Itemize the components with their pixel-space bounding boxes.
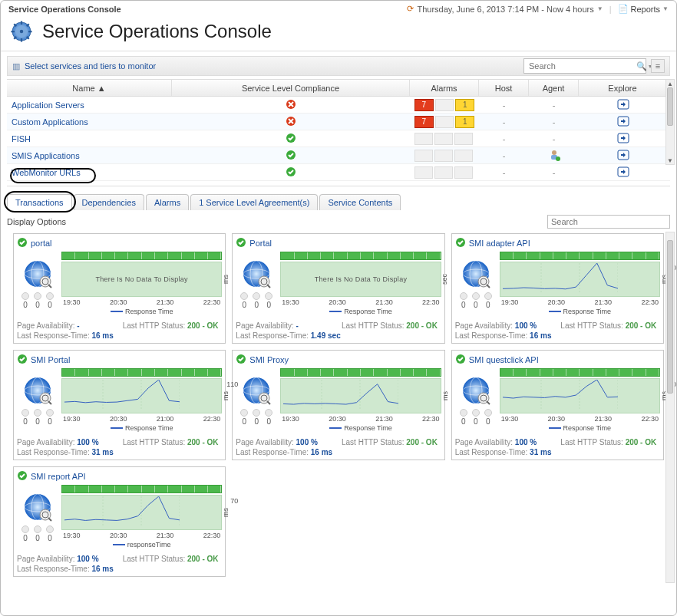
last-rt-value: 16 ms: [530, 331, 551, 340]
cell-alarms[interactable]: 71: [410, 99, 479, 111]
filter-icon[interactable]: ▥: [12, 61, 20, 71]
scroll-down-icon[interactable]: ▼: [667, 156, 673, 164]
svg-line-74: [487, 401, 490, 404]
cell-alarms[interactable]: 71: [410, 116, 479, 128]
grid-row[interactable]: WebMonitor URLs--: [7, 164, 670, 181]
indicator-dot-icon: [253, 292, 260, 300]
card-title: SMI adapter API: [469, 239, 530, 248]
ok-icon: [17, 470, 28, 483]
col-compliance[interactable]: Service Level Compliance: [172, 80, 410, 96]
col-explore[interactable]: Explore: [579, 80, 667, 96]
scroll-thumb[interactable]: [667, 240, 673, 394]
ok-icon: [17, 237, 28, 249]
transaction-card[interactable]: portal000There Is No Data To Displayms19…: [13, 233, 226, 344]
reports-menu[interactable]: 📄 Reports ▼: [618, 4, 669, 14]
last-http-value: 200 - OK: [626, 438, 657, 446]
page-title: Service Operations Console: [42, 21, 272, 42]
explore-icon[interactable]: [617, 166, 629, 179]
chart[interactable]: ms90: [500, 262, 660, 297]
error-icon: [286, 99, 296, 111]
chart[interactable]: ms70: [500, 378, 660, 413]
ok-icon: [236, 237, 246, 249]
alarm-empty-badge: [435, 99, 454, 111]
alarm-yellow-badge[interactable]: 1: [455, 116, 474, 128]
transaction-card[interactable]: SMI Proxy000ms19:3020:3021:3022:30Respon…: [232, 350, 444, 460]
time-range-picker[interactable]: ⟳ Thursday, June 6, 2013 7:14 PM - Now 4…: [407, 4, 603, 14]
transaction-card[interactable]: SMI adapter API000ms9019:3020:3021:3022:…: [451, 233, 664, 344]
chart[interactable]: ms70: [61, 495, 222, 530]
transaction-card[interactable]: SMI report API000ms7019:3020:3021:3022:3…: [13, 466, 226, 577]
explore-icon[interactable]: [617, 99, 629, 111]
col-alarms[interactable]: Alarms: [410, 80, 479, 96]
transaction-card[interactable]: Portal000There Is No Data To Displaysec1…: [232, 233, 444, 344]
cards-scrollbar[interactable]: [665, 232, 675, 583]
config-icon[interactable]: ≡: [651, 59, 665, 73]
cell-name[interactable]: FISH: [7, 134, 172, 143]
last-http-label: Last HTTP Status:: [560, 438, 623, 446]
cell-alarms[interactable]: [410, 133, 479, 145]
tab-sla[interactable]: 1 Service Level Agreement(s): [190, 194, 318, 210]
explore-icon[interactable]: [617, 116, 629, 128]
tab-transactions[interactable]: Transactions: [7, 194, 72, 210]
cell-explore[interactable]: [579, 166, 667, 179]
tab-service-contents[interactable]: Service Contents: [319, 194, 401, 210]
svg-point-20: [556, 156, 560, 161]
card-title: Portal: [249, 239, 272, 248]
cell-explore[interactable]: [579, 133, 667, 145]
grid-row[interactable]: Custom Applications71--: [7, 114, 670, 130]
cell-alarms[interactable]: [410, 166, 479, 179]
last-rt-value: 16 ms: [91, 331, 113, 340]
scroll-up-icon[interactable]: ▲: [667, 80, 673, 87]
chart[interactable]: There Is No Data To Displayms: [61, 262, 222, 297]
cell-compliance: [172, 166, 410, 179]
tab-dependencies[interactable]: Dependencies: [74, 194, 144, 210]
col-name[interactable]: Name ▲: [7, 80, 172, 96]
last-rt-label: Last Response-Time:: [455, 448, 528, 456]
chart[interactable]: ms: [280, 378, 441, 413]
cell-name[interactable]: Application Servers: [7, 100, 172, 110]
grid-row[interactable]: FISH--: [7, 130, 670, 147]
cell-name[interactable]: SMIS Applications: [7, 151, 172, 160]
col-host[interactable]: Host: [479, 80, 529, 96]
indicator-dot-icon: [240, 409, 248, 417]
explore-icon[interactable]: [617, 150, 629, 162]
search-icon[interactable]: 🔍: [636, 61, 647, 71]
agent-icon[interactable]: [548, 149, 560, 163]
chart-legend: Response Time: [61, 424, 222, 432]
grid-row[interactable]: SMIS Applications-: [7, 147, 670, 164]
display-options-link[interactable]: Display Options: [7, 217, 66, 226]
cell-name[interactable]: WebMonitor URLs: [7, 168, 172, 177]
alarm-red-badge[interactable]: 7: [414, 116, 434, 128]
cell-host: -: [479, 100, 529, 110]
select-hint[interactable]: Select services and tiers to monitor: [25, 61, 156, 71]
last-http-value: 200 - OK: [187, 438, 219, 446]
transaction-card[interactable]: SMI Portal000ms11019:3020:3021:0022:30Re…: [13, 350, 226, 460]
clock-icon: ⟳: [407, 4, 414, 14]
col-agent[interactable]: Agent: [529, 80, 579, 96]
chart[interactable]: There Is No Data To Displaysec: [280, 262, 441, 297]
scroll-thumb[interactable]: [667, 87, 673, 126]
toolbar-search-input[interactable]: [527, 61, 636, 71]
transaction-card[interactable]: SMI questclick API000ms7019:3020:3021:30…: [451, 350, 664, 460]
cell-name[interactable]: Custom Applications: [7, 117, 172, 127]
alarm-empty-badge: [454, 133, 473, 145]
cards-search-input[interactable]: [547, 215, 670, 229]
alarm-yellow-badge[interactable]: 1: [455, 99, 474, 111]
tab-alarms[interactable]: Alarms: [146, 194, 189, 210]
status-bar: [280, 252, 441, 260]
cell-explore[interactable]: [579, 99, 667, 111]
explore-icon[interactable]: [617, 133, 629, 145]
alarm-red-badge[interactable]: 7: [414, 99, 434, 111]
last-http-label: Last HTTP Status:: [342, 321, 405, 330]
last-rt-value: 16 ms: [91, 565, 113, 573]
last-rt-value: 1.49 sec: [311, 331, 341, 340]
grid-row[interactable]: Application Servers71--: [7, 97, 670, 114]
last-http-label: Last HTTP Status:: [123, 438, 186, 446]
page-availability-value: 100 %: [77, 438, 98, 446]
cell-explore[interactable]: [579, 150, 667, 162]
cell-alarms[interactable]: [410, 150, 479, 162]
chart[interactable]: ms110: [61, 378, 222, 413]
grid-scrollbar[interactable]: ▲ ▼: [665, 79, 675, 165]
ok-icon: [455, 354, 466, 366]
cell-explore[interactable]: [579, 116, 667, 128]
